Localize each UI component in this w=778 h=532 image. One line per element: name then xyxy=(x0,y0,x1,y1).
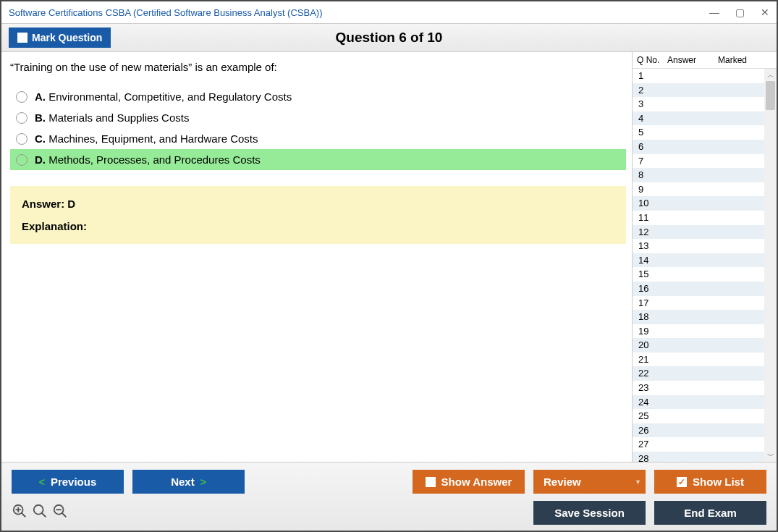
scroll-down-icon[interactable]: ﹀ xyxy=(764,449,777,462)
qlist-row[interactable]: 12 xyxy=(633,225,777,240)
save-session-label: Save Session xyxy=(554,507,625,519)
show-answer-button[interactable]: Show Answer xyxy=(413,470,525,494)
window-title: Software Certifications CSBA (Certified … xyxy=(9,7,323,18)
option-row[interactable]: C. Machines, Equipment, and Hardware Cos… xyxy=(10,128,626,149)
qlist-row[interactable]: 26 xyxy=(633,423,777,438)
toolbar: Mark Question Question 6 of 10 xyxy=(1,23,777,52)
qlist-row[interactable]: 13 xyxy=(633,239,777,253)
qlist-row[interactable]: 20 xyxy=(633,338,777,352)
option-row[interactable]: B. Materials and Supplies Costs xyxy=(10,107,626,128)
chevron-right-icon: > xyxy=(200,476,206,488)
qlist-header: Q No. Answer Marked xyxy=(633,52,777,69)
qlist-row[interactable]: 25 xyxy=(633,409,777,423)
radio-icon[interactable] xyxy=(16,112,28,124)
qlist[interactable]: 1234567891011121314151617181920212223242… xyxy=(633,69,777,462)
qlist-row[interactable]: 23 xyxy=(633,381,777,395)
qlist-row[interactable]: 14 xyxy=(633,253,777,268)
qlist-row[interactable]: 18 xyxy=(633,310,777,324)
option-text: D. Methods, Processes, and Procedures Co… xyxy=(35,153,261,166)
radio-icon[interactable] xyxy=(16,133,28,145)
show-list-button[interactable]: ✓ Show List xyxy=(654,470,766,494)
option-text: A. Environmental, Competitive, and Regul… xyxy=(35,90,292,103)
option-row[interactable]: A. Environmental, Competitive, and Regul… xyxy=(10,86,626,107)
maximize-icon[interactable]: ▢ xyxy=(735,7,745,18)
svg-line-1 xyxy=(22,513,26,518)
qlist-row[interactable]: 5 xyxy=(633,125,777,140)
qlist-row[interactable]: 7 xyxy=(633,154,777,169)
question-list-panel: Q No. Answer Marked 12345678910111213141… xyxy=(632,52,777,462)
qlist-row[interactable]: 10 xyxy=(633,196,777,211)
option-label: Machines, Equipment, and Hardware Costs xyxy=(48,132,258,145)
end-exam-button[interactable]: End Exam xyxy=(654,501,766,525)
review-dropdown[interactable]: Review ▼ xyxy=(533,470,646,494)
answer-box: Answer: D Explanation: xyxy=(10,186,626,244)
checkbox-empty-icon xyxy=(17,33,28,43)
qlist-row[interactable]: 24 xyxy=(633,395,777,410)
window-controls: — ▢ ✕ xyxy=(709,7,769,18)
footer-row1: < Previous Next > Show Answer Review ▼ ✓… xyxy=(12,470,766,494)
close-icon[interactable]: ✕ xyxy=(761,7,769,18)
option-text: C. Machines, Equipment, and Hardware Cos… xyxy=(35,132,258,145)
qlist-row[interactable]: 1 xyxy=(633,69,777,83)
option-row[interactable]: D. Methods, Processes, and Procedures Co… xyxy=(10,149,626,170)
answer-line: Answer: D xyxy=(22,198,614,210)
svg-point-4 xyxy=(34,505,43,515)
scroll-thumb[interactable] xyxy=(766,81,775,110)
qlist-row[interactable]: 15 xyxy=(633,267,777,282)
question-area: “Training on the use of new materials” i… xyxy=(1,52,632,462)
qlist-row[interactable]: 16 xyxy=(633,282,777,296)
explanation-label: Explanation: xyxy=(22,220,614,232)
next-label: Next xyxy=(171,476,195,488)
col-qno-header: Q No. xyxy=(637,55,667,65)
qlist-row[interactable]: 8 xyxy=(633,168,777,182)
svg-line-7 xyxy=(62,513,67,518)
zoom-out-icon[interactable] xyxy=(52,503,68,523)
zoom-reset-icon[interactable] xyxy=(32,503,48,523)
question-text: “Training on the use of new materials” i… xyxy=(10,61,626,73)
mark-question-button[interactable]: Mark Question xyxy=(9,28,111,48)
qlist-row[interactable]: 11 xyxy=(633,211,777,225)
question-counter: Question 6 of 10 xyxy=(336,30,443,46)
option-label: Environmental, Competitive, and Regulato… xyxy=(48,90,292,103)
app-window: Software Certifications CSBA (Certified … xyxy=(0,0,778,532)
qlist-row[interactable]: 3 xyxy=(633,97,777,111)
chevron-down-icon: ▼ xyxy=(635,478,641,486)
radio-icon[interactable] xyxy=(16,91,28,103)
zoom-controls xyxy=(12,503,68,523)
qlist-row[interactable]: 2 xyxy=(633,83,777,98)
option-letter: C. xyxy=(35,132,48,145)
main-area: “Training on the use of new materials” i… xyxy=(1,52,777,462)
qlist-row[interactable]: 6 xyxy=(633,140,777,154)
minimize-icon[interactable]: — xyxy=(709,7,719,18)
checkbox-checked-icon: ✓ xyxy=(677,477,687,487)
radio-icon[interactable] xyxy=(16,154,28,166)
footer: < Previous Next > Show Answer Review ▼ ✓… xyxy=(1,462,777,531)
col-answer-header: Answer xyxy=(667,55,718,65)
qlist-row[interactable]: 17 xyxy=(633,296,777,311)
qlist-row[interactable]: 22 xyxy=(633,366,777,381)
review-label: Review xyxy=(544,476,581,488)
option-letter: A. xyxy=(35,90,48,103)
previous-label: Previous xyxy=(51,476,96,488)
save-session-button[interactable]: Save Session xyxy=(533,501,646,525)
show-list-label: Show List xyxy=(693,476,744,488)
qlist-row[interactable]: 4 xyxy=(633,111,777,126)
next-button[interactable]: Next > xyxy=(132,470,245,494)
footer-row2: Save Session End Exam xyxy=(12,501,766,525)
qlist-row[interactable]: 27 xyxy=(633,437,777,452)
qlist-row[interactable]: 21 xyxy=(633,352,777,367)
qlist-row[interactable]: 9 xyxy=(633,182,777,197)
option-label: Methods, Processes, and Procedures Costs xyxy=(48,153,261,166)
zoom-in-icon[interactable] xyxy=(12,503,28,523)
qlist-row[interactable]: 19 xyxy=(633,324,777,339)
scroll-up-icon[interactable]: ︿ xyxy=(764,69,777,81)
qlist-wrap: 1234567891011121314151617181920212223242… xyxy=(633,69,777,462)
previous-button[interactable]: < Previous xyxy=(12,470,124,494)
mark-question-label: Mark Question xyxy=(32,32,102,43)
option-label: Materials and Supplies Costs xyxy=(48,111,189,124)
scrollbar[interactable]: ︿ ﹀ xyxy=(764,69,777,462)
title-bar: Software Certifications CSBA (Certified … xyxy=(1,1,777,23)
option-letter: B. xyxy=(35,111,48,124)
scroll-track[interactable] xyxy=(764,81,777,449)
qlist-row[interactable]: 28 xyxy=(633,452,777,462)
